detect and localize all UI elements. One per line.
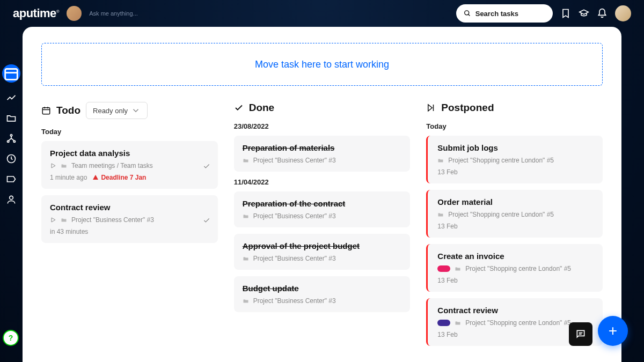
section-today: Today (41, 128, 218, 136)
svg-point-0 (465, 11, 469, 15)
task-card[interactable]: Budget update Project "Business Center" … (234, 276, 411, 312)
nav-dashboard[interactable] (2, 64, 20, 83)
task-title: Budget update (243, 284, 402, 293)
folder-icon (455, 320, 461, 326)
task-folder: Project "Business Center" #3 (253, 157, 336, 164)
task-card[interactable]: Create an invoice Project "Shopping cent… (426, 244, 603, 292)
avatar-assistant[interactable] (67, 6, 82, 21)
bookmark-icon[interactable] (560, 8, 571, 19)
task-folder: Project "Business Center" #3 (253, 212, 336, 220)
task-card[interactable]: Project data analysis Team meetings / Te… (41, 141, 218, 189)
task-title: Contract review (437, 306, 594, 315)
column-postponed: Postponed Today Submit job logs Project … (426, 102, 603, 352)
task-folder: Project "Shopping centre London" #5 (465, 265, 571, 272)
warning-icon (92, 174, 99, 181)
task-title: Approval of the project budget (243, 241, 402, 250)
task-date: 13 Feb (437, 277, 457, 284)
task-card[interactable]: Preparation of materials Project "Busine… (234, 136, 411, 172)
folder-icon (437, 211, 444, 218)
dropzone[interactable]: Move task here to start working (41, 43, 603, 86)
logo: aputime® (13, 6, 59, 20)
svg-marker-14 (52, 218, 55, 222)
task-title: Preparation of the contract (243, 199, 402, 208)
task-time: 1 minute ago (50, 174, 87, 181)
task-title: Create an invoice (437, 252, 594, 261)
svg-marker-13 (52, 164, 55, 168)
section-date: 23/08/2022 (234, 122, 411, 130)
task-folder: Project "Business Center" #3 (253, 297, 336, 305)
col-title-done: Done (249, 102, 275, 114)
nav-analytics[interactable] (6, 92, 17, 103)
folder-icon (243, 255, 249, 262)
svg-rect-9 (42, 108, 50, 114)
task-card[interactable]: Contract review Project "Business Center… (41, 195, 218, 243)
folder-icon (61, 162, 67, 169)
bell-icon[interactable] (597, 8, 608, 19)
section-today: Today (426, 122, 603, 130)
nav-hierarchy[interactable] (6, 133, 17, 144)
task-folder: Project "Business Center" #3 (253, 255, 336, 262)
skip-forward-icon (426, 103, 436, 113)
task-folder: Project "Shopping centre London" #5 (448, 211, 554, 218)
task-title: Order material (437, 197, 594, 206)
task-date: 13 Feb (437, 331, 457, 338)
task-title: Project data analysis (50, 149, 209, 158)
task-title: Submit job logs (437, 143, 594, 152)
graduation-icon[interactable] (579, 8, 589, 19)
task-folder: Team meetings / Team tasks (71, 162, 153, 169)
svg-marker-15 (428, 105, 433, 111)
folder-icon (437, 157, 444, 164)
task-deadline: Deadline 7 Jan (92, 174, 146, 181)
svg-point-6 (13, 141, 15, 142)
task-folder: Project "Business Center" #3 (71, 216, 154, 224)
add-button[interactable]: + (598, 316, 628, 346)
tag-pill (437, 265, 450, 272)
col-title-postponed: Postponed (441, 102, 494, 114)
nav-folders[interactable] (6, 113, 17, 123)
search-icon (464, 9, 471, 18)
filter-dropdown[interactable]: Ready only (86, 102, 148, 119)
chevron-down-icon (131, 106, 141, 115)
avatar-user[interactable] (615, 5, 631, 21)
help-button[interactable]: ? (3, 330, 19, 346)
search-box[interactable] (456, 4, 553, 23)
folder-icon (455, 265, 461, 272)
check-icon (203, 162, 210, 170)
play-icon (50, 217, 56, 223)
folder-icon (243, 298, 249, 304)
nav-time[interactable] (6, 153, 17, 164)
task-title: Contract review (50, 203, 209, 212)
column-done: Done 23/08/2022 Preparation of materials… (234, 102, 411, 352)
folder-icon (61, 217, 67, 223)
task-date: 13 Feb (437, 168, 457, 176)
nav-tag[interactable] (6, 174, 17, 184)
nav-person[interactable] (6, 194, 17, 205)
task-folder: Project "Shopping centre London" #5 (448, 157, 554, 164)
play-icon (50, 162, 56, 169)
tag-pill (437, 320, 450, 326)
svg-rect-2 (5, 69, 18, 80)
task-card[interactable]: Order material Project "Shopping centre … (426, 190, 603, 238)
col-title-todo: Todo (56, 105, 80, 116)
search-input[interactable] (475, 10, 545, 18)
task-time: in 43 minutes (50, 228, 88, 235)
section-date: 11/04/2022 (234, 178, 411, 186)
svg-point-5 (8, 141, 9, 142)
folder-icon (243, 213, 249, 219)
check-icon (234, 103, 244, 113)
svg-line-1 (469, 14, 470, 16)
task-title: Preparation of materials (243, 143, 402, 152)
task-card[interactable]: Submit job logs Project "Shopping centre… (426, 136, 603, 183)
task-card[interactable]: Approval of the project budget Project "… (234, 234, 411, 270)
task-date: 13 Feb (437, 223, 457, 230)
calendar-icon (41, 106, 51, 115)
folder-icon (243, 157, 249, 164)
column-todo: Todo Ready only Today Project data analy… (41, 102, 218, 352)
ask-anything[interactable]: Ask me anything... (89, 10, 138, 17)
chat-button[interactable] (569, 322, 592, 346)
svg-point-4 (10, 135, 12, 136)
svg-point-8 (10, 196, 13, 200)
task-folder: Project "Shopping centre London" #5 (465, 319, 571, 327)
check-icon (203, 217, 210, 224)
task-card[interactable]: Preparation of the contract Project "Bus… (234, 191, 411, 227)
